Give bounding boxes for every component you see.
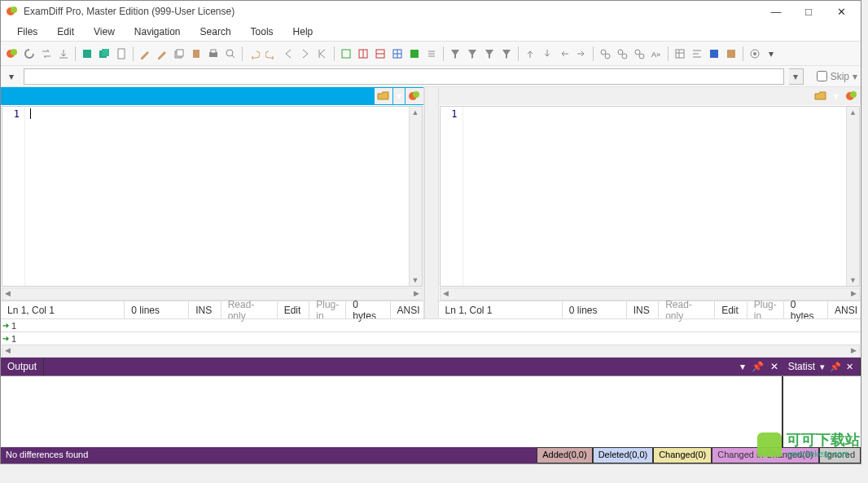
table-icon[interactable] [672,46,688,62]
options-dropdown-icon[interactable]: ▾ [764,46,778,62]
bookmark-row-1[interactable]: ➔ 1 [1,318,861,332]
skip-checkbox[interactable]: Skip ▾ [817,71,857,82]
view-map-icon[interactable] [406,46,423,62]
left-text-area[interactable] [25,107,409,286]
svg-rect-31 [710,50,718,58]
left-enc[interactable]: ANSI [391,301,423,318]
extra-icon[interactable] [723,46,739,62]
menu-search[interactable]: Search [191,24,241,40]
refresh-icon[interactable] [21,46,37,62]
merge-down-icon[interactable] [539,46,555,62]
compare-right-icon[interactable] [843,88,861,104]
undo-icon[interactable] [246,46,262,62]
align-icon[interactable] [689,46,705,62]
view-single-icon[interactable] [338,46,354,62]
menu-files[interactable]: Files [7,24,47,40]
view-grid-icon[interactable] [389,46,406,62]
output-close-icon[interactable]: ✕ [770,361,778,372]
redo-icon[interactable] [263,46,279,62]
goto-icon[interactable]: A» [648,46,664,62]
right-edit[interactable]: Edit [715,301,747,318]
output-tab[interactable]: Output [1,358,44,375]
left-vertical-scrollbar[interactable] [409,107,422,286]
search-icon[interactable] [222,46,239,62]
address-input[interactable] [24,68,784,85]
menu-help[interactable]: Help [283,24,323,40]
first-diff-icon[interactable] [314,46,331,62]
right-vertical-scrollbar[interactable] [846,107,859,286]
menu-view[interactable]: View [84,24,125,40]
paste-icon[interactable] [188,46,204,62]
left-editor[interactable]: 1 [2,106,423,287]
status-bar: No differences found Added(0,0) Deleted(… [1,447,861,463]
output-pin-icon[interactable]: 📌 [752,361,764,372]
edit-icon[interactable] [137,46,153,62]
svg-point-3 [11,49,17,55]
prev-diff-icon[interactable] [280,46,296,62]
document-icon[interactable] [113,46,129,62]
open-right-icon[interactable] [812,88,830,104]
merge-up-icon[interactable] [522,46,538,62]
bookmark-row-2[interactable]: ➔ 1 [1,332,861,345]
view-split-h-icon[interactable] [372,46,388,62]
status-deleted[interactable]: Deleted(0,0) [593,447,654,463]
plugin-icon[interactable] [706,46,722,62]
open-left-icon[interactable] [375,88,392,104]
left-horizontal-scrollbar[interactable] [2,288,423,301]
statist-tab[interactable]: Statist ▾ 📌 ✕ [782,358,861,375]
copy-icon[interactable] [171,46,187,62]
find1-icon[interactable] [597,46,613,62]
menu-navigation[interactable]: Navigation [125,24,191,40]
merge-left-icon[interactable] [556,46,572,62]
filter2-icon[interactable] [464,46,480,62]
edit2-icon[interactable] [154,46,170,62]
filter1-icon[interactable] [447,46,463,62]
menu-tools[interactable]: Tools [241,24,283,40]
right-text-area[interactable] [463,107,847,286]
options-icon[interactable] [747,46,763,62]
menu-edit[interactable]: Edit [47,24,84,40]
watermark-text: 可可下载站 [787,432,860,448]
open-right-dropdown-icon[interactable]: ▾ [831,88,842,104]
history-dropdown-icon[interactable]: ▾ [4,68,19,85]
open-left-dropdown-icon[interactable]: ▾ [393,88,405,104]
right-horizontal-scrollbar[interactable] [440,288,861,301]
status-changed[interactable]: Changed(0) [653,447,712,463]
bookmark-scrollbar[interactable] [2,345,860,358]
statist-pin-icon[interactable]: 📌 [830,362,841,372]
svg-rect-9 [177,50,183,56]
export-icon[interactable] [55,46,72,62]
pane-separator[interactable] [424,87,439,318]
find3-icon[interactable] [631,46,647,62]
left-ins[interactable]: INS [189,301,221,318]
merge-right-icon[interactable] [573,46,590,62]
address-dropdown-icon[interactable]: ▾ [789,68,804,85]
status-added[interactable]: Added(0,0) [537,447,592,463]
save-all-icon[interactable] [96,46,112,62]
compare-icon[interactable] [4,46,20,62]
left-edit[interactable]: Edit [278,301,310,318]
print-icon[interactable] [205,46,221,62]
save-icon[interactable] [79,46,95,62]
next-diff-icon[interactable] [297,46,313,62]
address-bar: ▾ ▾ Skip ▾ [1,66,861,87]
minimize-button[interactable]: — [760,2,792,21]
output-dropdown-icon[interactable]: ▾ [740,361,745,372]
right-ins[interactable]: INS [627,301,660,318]
view-toggle-icon[interactable] [423,46,440,62]
filter4-icon[interactable] [498,46,515,62]
right-editor[interactable]: 1 [440,106,861,287]
skip-checkbox-input[interactable] [817,71,827,81]
maximize-button[interactable]: □ [792,2,825,21]
titlebar[interactable]: ExamDiff Pro, Master Edition (999-User L… [1,1,861,22]
close-button[interactable]: ✕ [825,2,857,21]
statist-dropdown-icon[interactable]: ▾ [820,362,825,372]
left-bytes: 0 bytes [346,301,390,318]
statist-close-icon[interactable]: ✕ [846,362,853,372]
find2-icon[interactable] [614,46,630,62]
swap-icon[interactable] [38,46,55,62]
compare-left-icon[interactable] [406,88,423,104]
filter3-icon[interactable] [481,46,498,62]
view-split-v-icon[interactable] [355,46,371,62]
right-enc[interactable]: ANSI [828,301,861,318]
